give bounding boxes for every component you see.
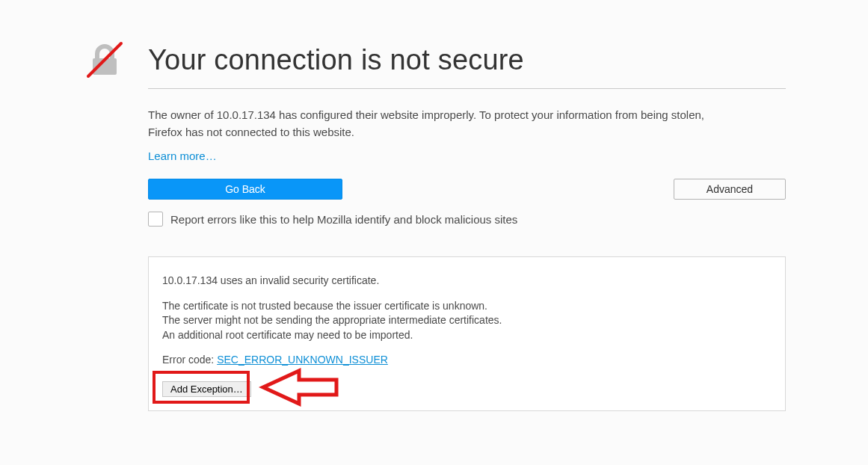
cert-detail-line: The certificate is not trusted because t… [162, 299, 772, 314]
insecure-lock-icon [82, 37, 127, 82]
description-text: The owner of 10.0.17.134 has configured … [148, 107, 731, 141]
report-errors-checkbox[interactable] [148, 212, 163, 227]
divider [148, 88, 786, 89]
cert-detail-line: The server might not be sending the appr… [162, 313, 772, 328]
page-title: Your connection is not secure [148, 44, 524, 76]
advanced-details-panel: 10.0.17.134 uses an invalid security cer… [148, 256, 786, 411]
advanced-button[interactable]: Advanced [674, 179, 786, 200]
error-code-prefix: Error code: [162, 354, 217, 366]
error-code-link[interactable]: SEC_ERROR_UNKNOWN_ISSUER [217, 354, 388, 366]
report-errors-label: Report errors like this to help Mozilla … [170, 213, 517, 226]
cert-detail-line: 10.0.17.134 uses an invalid security cer… [162, 274, 772, 289]
cert-detail-line: An additional root certificate may need … [162, 328, 772, 343]
error-code-line: Error code: SEC_ERROR_UNKNOWN_ISSUER [162, 353, 772, 368]
learn-more-link[interactable]: Learn more… [148, 150, 217, 162]
go-back-button[interactable]: Go Back [148, 179, 342, 200]
add-exception-button[interactable]: Add Exception… [162, 381, 251, 397]
